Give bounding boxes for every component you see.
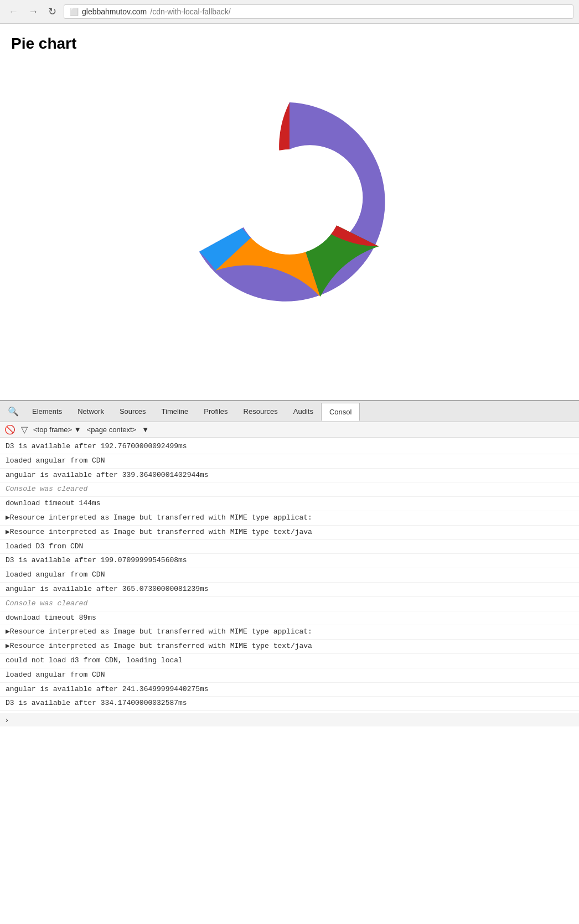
console-line: angular is available after 365.073000000… bbox=[0, 583, 579, 597]
prompt-arrow: › bbox=[6, 715, 8, 724]
browser-chrome: ← → ↻ ⬜ glebbahmutov.com/cdn-with-local-… bbox=[0, 0, 579, 24]
tab-console[interactable]: Consol bbox=[321, 403, 360, 421]
forward-button[interactable]: → bbox=[25, 5, 41, 19]
page-title: Pie chart bbox=[11, 35, 568, 53]
console-line: could not load d3 from CDN, loading loca… bbox=[0, 654, 579, 668]
pie-chart bbox=[184, 97, 395, 307]
tab-profiles[interactable]: Profiles bbox=[196, 403, 235, 420]
devtools-panel: 🔍 Elements Network Sources Timeline Prof… bbox=[0, 400, 579, 726]
console-line: Console was cleared bbox=[0, 597, 579, 611]
back-button[interactable]: ← bbox=[6, 5, 21, 19]
address-bar[interactable]: ⬜ glebbahmutov.com/cdn-with-local-fallba… bbox=[64, 4, 573, 19]
chart-container bbox=[11, 69, 568, 335]
console-prompt[interactable]: › bbox=[0, 713, 579, 726]
tab-timeline[interactable]: Timeline bbox=[154, 403, 197, 420]
context-select[interactable]: <page context> bbox=[87, 425, 137, 434]
console-line: loaded angular from CDN bbox=[0, 568, 579, 583]
page-content: Pie chart bbox=[0, 24, 579, 400]
console-line: loaded angular from CDN bbox=[0, 668, 579, 683]
console-line: download timeout 144ms bbox=[0, 497, 579, 511]
console-line: D3 is available after 334.17400000032587… bbox=[0, 697, 579, 711]
console-line: loaded angular from CDN bbox=[0, 454, 579, 469]
tab-elements[interactable]: Elements bbox=[24, 403, 70, 420]
tab-network[interactable]: Network bbox=[70, 403, 112, 420]
reload-button[interactable]: ↻ bbox=[45, 4, 59, 19]
devtools-toolbar: 🚫 ▽ <top frame> ▼ <page context> ▼ bbox=[0, 422, 579, 438]
tab-sources[interactable]: Sources bbox=[112, 403, 154, 420]
devtools-console: D3 is available after 192.76700000092499… bbox=[0, 438, 579, 713]
console-line: ▶Resource interpreted as Image but trans… bbox=[0, 526, 579, 540]
url-path: /cdn-with-local-fallback/ bbox=[150, 7, 231, 16]
console-line: Console was cleared bbox=[0, 482, 579, 497]
block-icon: 🚫 bbox=[4, 424, 15, 435]
context-arrow: ▼ bbox=[142, 425, 149, 434]
frame-select[interactable]: <top frame> ▼ bbox=[33, 425, 81, 434]
console-line: download timeout 89ms bbox=[0, 611, 579, 626]
console-line: ▶Resource interpreted as Image but trans… bbox=[0, 640, 579, 654]
tab-resources[interactable]: Resources bbox=[236, 403, 286, 420]
console-line: ▶Resource interpreted as Image but trans… bbox=[0, 625, 579, 640]
console-line: angular is available after 339.364000014… bbox=[0, 469, 579, 483]
console-line: D3 is available after 192.76700000092499… bbox=[0, 440, 579, 454]
console-line: loaded D3 from CDN bbox=[0, 540, 579, 554]
url-domain: glebbahmutov.com bbox=[82, 7, 147, 16]
console-line: ▶Resource interpreted as Image but trans… bbox=[0, 511, 579, 526]
filter-icon: ▽ bbox=[21, 424, 28, 435]
page-icon: ⬜ bbox=[70, 8, 79, 16]
console-line: angular is available after 241.364999994… bbox=[0, 683, 579, 697]
chart-hole bbox=[237, 149, 342, 255]
devtools-tabs: 🔍 Elements Network Sources Timeline Prof… bbox=[0, 401, 579, 422]
console-line: D3 is available after 199.07099999545608… bbox=[0, 554, 579, 568]
search-icon[interactable]: 🔍 bbox=[2, 403, 24, 420]
tab-audits[interactable]: Audits bbox=[286, 403, 321, 420]
